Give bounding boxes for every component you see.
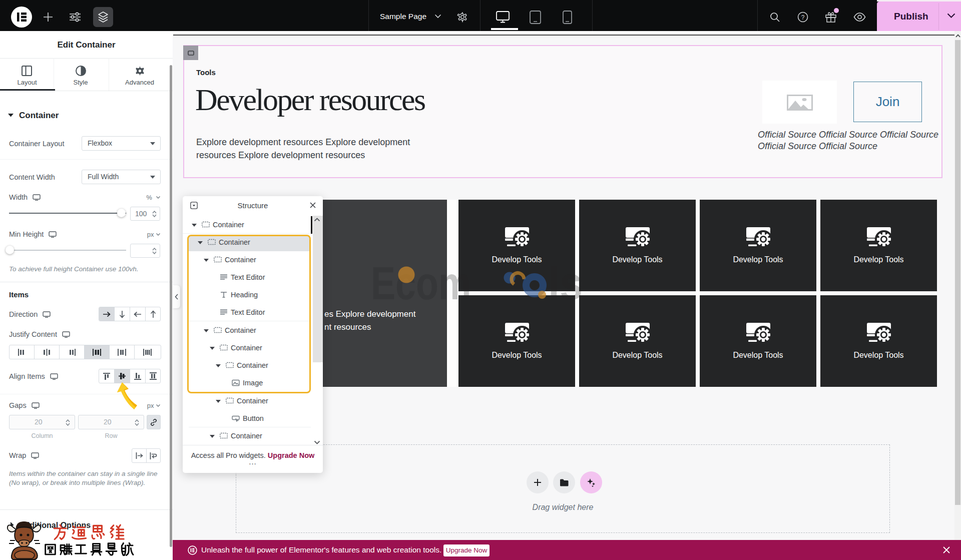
svg-text:?: ? bbox=[801, 14, 805, 21]
